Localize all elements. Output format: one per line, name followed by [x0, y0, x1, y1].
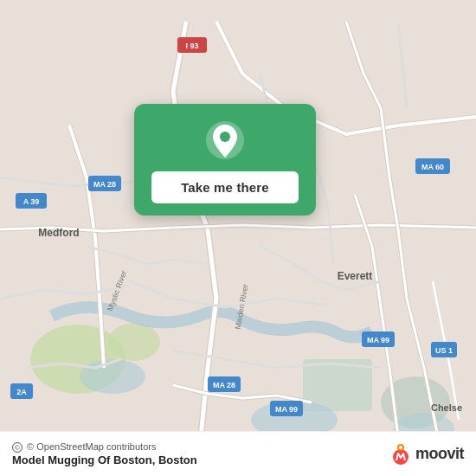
svg-text:Chelse: Chelse	[431, 402, 462, 413]
bottom-left-info: © © OpenStreetMap contributors Model Mug…	[12, 441, 197, 466]
svg-point-2	[108, 323, 160, 361]
svg-text:MA 28: MA 28	[213, 381, 235, 389]
copyright-icon: ©	[12, 442, 23, 453]
svg-text:Everett: Everett	[338, 270, 373, 282]
moovit-logo: moovit	[389, 443, 464, 466]
location-card: Take me there	[134, 104, 316, 215]
svg-point-32	[220, 132, 230, 142]
svg-text:MA 60: MA 60	[421, 163, 444, 171]
moovit-logo-text: moovit	[415, 445, 464, 463]
svg-text:MA 28: MA 28	[93, 180, 116, 189]
svg-text:I 93: I 93	[185, 42, 198, 50]
svg-text:MA 99: MA 99	[367, 336, 389, 344]
svg-text:Medford: Medford	[38, 227, 79, 239]
location-title: Model Mugging Of Boston, Boston	[12, 453, 197, 466]
take-me-there-button[interactable]: Take me there	[151, 171, 299, 203]
svg-text:A 39: A 39	[23, 197, 40, 206]
svg-point-35	[399, 446, 402, 449]
map-container: I 93 MA 60 MA 28 A 39 MA 99 US 1 MA 28 M…	[0, 0, 476, 476]
svg-text:US 1: US 1	[435, 346, 453, 355]
svg-text:MA 99: MA 99	[275, 405, 298, 414]
moovit-icon	[389, 443, 412, 466]
osm-credit: © © OpenStreetMap contributors	[12, 441, 197, 453]
bottom-bar: © © OpenStreetMap contributors Model Mug…	[0, 431, 476, 476]
map-background: I 93 MA 60 MA 28 A 39 MA 99 US 1 MA 28 M…	[0, 0, 476, 476]
location-pin-icon	[204, 119, 246, 161]
svg-text:2A: 2A	[16, 388, 27, 396]
svg-point-5	[80, 359, 145, 394]
